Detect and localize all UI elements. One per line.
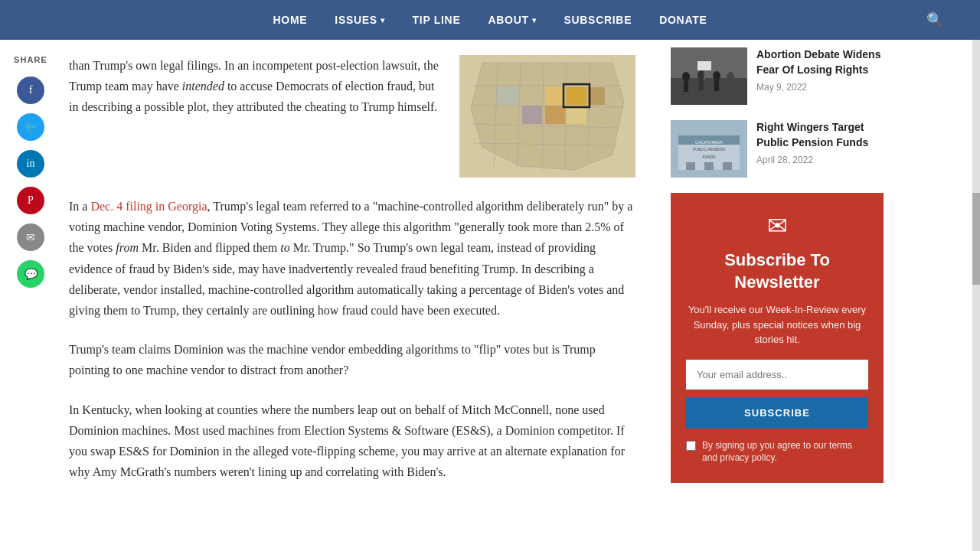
- nav-links: HOME ISSUES ▾ TIP LINE ABOUT ▾ SUBSCRIBE…: [273, 14, 707, 26]
- sidebar-article-2-info: Right Wingers Target Public Pension Fund…: [756, 120, 884, 165]
- newsletter-email-input[interactable]: [686, 360, 868, 390]
- search-icon[interactable]: 🔍: [926, 11, 943, 28]
- svg-rect-12: [567, 87, 586, 105]
- article-content: than Trump's own legal filings. In an in…: [61, 40, 658, 516]
- svg-rect-22: [684, 81, 688, 92]
- sidebar-article-1-date: May 9, 2022: [756, 82, 884, 93]
- sidebar-thumb-2: CALIFORNIA PUBLIC PENSION FUNDS: [671, 120, 747, 178]
- sidebar-article-1-title[interactable]: Abortion Debate Widens Fear Of Losing Ri…: [756, 47, 884, 77]
- nav-about[interactable]: ABOUT ▾: [488, 14, 536, 26]
- share-whatsapp-button[interactable]: 💬: [17, 260, 44, 288]
- paragraph-1: than Trump's own legal filings. In an in…: [69, 55, 444, 178]
- share-email-button[interactable]: ✉: [17, 223, 44, 251]
- svg-rect-26: [714, 80, 719, 91]
- paragraph-4: In Kentucky, when looking at counties wh…: [69, 399, 635, 483]
- article-map-image: [459, 55, 635, 178]
- svg-text:CALIFORNIA: CALIFORNIA: [695, 140, 723, 145]
- sidebar-article-2-title[interactable]: Right Wingers Target Public Pension Fund…: [756, 120, 884, 150]
- share-twitter-button[interactable]: 🐦: [17, 113, 44, 141]
- page-wrapper: SHARE f 🐦 in P ✉ 💬 than Trump's own lega…: [0, 40, 980, 516]
- chevron-down-icon: ▾: [381, 16, 385, 24]
- sidebar-article-2: CALIFORNIA PUBLIC PENSION FUNDS Right Wi…: [671, 120, 884, 178]
- svg-rect-14: [567, 106, 586, 124]
- svg-rect-11: [545, 86, 565, 105]
- sidebar-thumb-1: [671, 47, 747, 105]
- svg-rect-13: [545, 106, 565, 124]
- paragraph-2: In a Dec. 4 filing in Georgia, Trump's l…: [69, 196, 635, 321]
- share-pinterest-button[interactable]: P: [17, 187, 44, 214]
- svg-rect-29: [697, 61, 711, 70]
- nav-home[interactable]: HOME: [273, 14, 307, 26]
- nav-issues[interactable]: ISSUES ▾: [335, 14, 384, 26]
- share-facebook-button[interactable]: f: [17, 77, 44, 104]
- nav-tipline[interactable]: TIP LINE: [413, 14, 461, 26]
- svg-text:PUBLIC PENSION: PUBLIC PENSION: [693, 147, 725, 152]
- sidebar-right: Abortion Debate Widens Fear Of Losing Ri…: [658, 40, 896, 516]
- email-icon: ✉: [26, 231, 35, 244]
- newsletter-terms-text: By signing up you agree to our terms and…: [702, 439, 868, 465]
- svg-rect-18: [498, 86, 519, 105]
- sidebar-article-1: Abortion Debate Widens Fear Of Losing Ri…: [671, 47, 884, 105]
- chevron-down-icon: ▾: [532, 16, 537, 24]
- svg-rect-38: [704, 162, 714, 170]
- svg-point-21: [682, 72, 690, 81]
- article-body: than Trump's own legal filings. In an in…: [69, 55, 635, 482]
- main-nav: HOME ISSUES ▾ TIP LINE ABOUT ▾ SUBSCRIBE…: [0, 0, 980, 40]
- svg-rect-37: [686, 162, 695, 170]
- twitter-icon: 🐦: [24, 121, 38, 134]
- svg-rect-39: [723, 162, 732, 170]
- georgia-filing-link[interactable]: Dec. 4 filing in Georgia: [90, 200, 207, 213]
- svg-point-27: [727, 72, 734, 81]
- svg-text:FUNDS: FUNDS: [702, 155, 716, 159]
- newsletter-description: You'll receive our Week-In-Review every …: [686, 302, 868, 347]
- pinterest-icon: P: [28, 194, 34, 207]
- newsletter-subscribe-button[interactable]: SUBSCRIBE: [686, 397, 868, 429]
- newsletter-terms-checkbox[interactable]: [686, 441, 696, 451]
- svg-rect-28: [728, 81, 733, 92]
- nav-subscribe[interactable]: SUBSCRIBE: [564, 14, 632, 26]
- article-map-row: than Trump's own legal filings. In an in…: [69, 55, 635, 178]
- sidebar-article-2-date: April 28, 2022: [756, 155, 884, 165]
- share-sidebar: SHARE f 🐦 in P ✉ 💬: [0, 40, 61, 516]
- nav-donate[interactable]: DONATE: [659, 14, 707, 26]
- linkedin-icon: in: [27, 158, 35, 170]
- sidebar-article-1-info: Abortion Debate Widens Fear Of Losing Ri…: [756, 47, 884, 93]
- newsletter-terms: By signing up you agree to our terms and…: [686, 439, 868, 465]
- svg-rect-15: [588, 87, 605, 105]
- share-label: SHARE: [14, 55, 47, 64]
- svg-point-25: [713, 71, 720, 80]
- svg-rect-17: [522, 106, 542, 124]
- newsletter-title: Subscribe To Newsletter: [686, 249, 868, 293]
- whatsapp-icon: 💬: [24, 268, 38, 281]
- newsletter-box: ✉ Subscribe To Newsletter You'll receive…: [671, 193, 884, 483]
- svg-rect-24: [699, 80, 704, 90]
- envelope-icon: ✉: [686, 211, 868, 240]
- facebook-icon: f: [29, 84, 33, 96]
- scrollbar-track: [972, 40, 980, 516]
- svg-rect-20: [671, 78, 747, 105]
- scrollbar-thumb[interactable]: [972, 193, 980, 285]
- paragraph-3: Trump's team claims Dominion was the mac…: [69, 339, 635, 380]
- share-linkedin-button[interactable]: in: [17, 150, 44, 178]
